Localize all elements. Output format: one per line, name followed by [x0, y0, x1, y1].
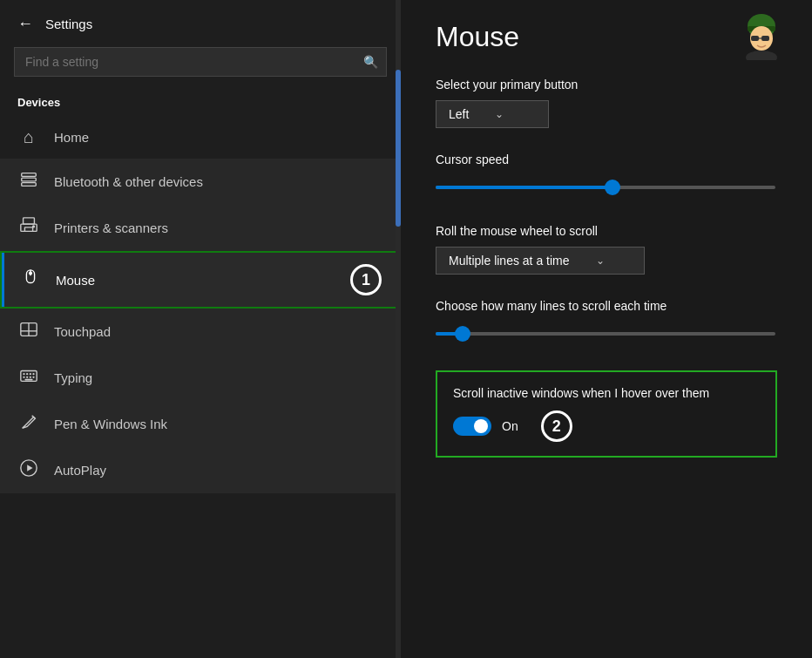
- search-box: 🔍: [14, 47, 387, 77]
- lines-slider-track: [436, 332, 775, 336]
- sidebar-item-autoplay[interactable]: AutoPlay: [0, 447, 401, 493]
- sidebar-item-label: Mouse: [56, 273, 95, 288]
- sidebar-item-typing[interactable]: Typing: [0, 355, 401, 401]
- scroll-inactive-toggle[interactable]: [453, 417, 491, 436]
- sidebar-item-label: Touchpad: [54, 324, 111, 339]
- sidebar-item-label: Home: [54, 130, 89, 145]
- bluetooth-icon: [17, 170, 40, 193]
- slider-track: [436, 186, 775, 189]
- sidebar-item-label: Bluetooth & other devices: [54, 174, 203, 189]
- sidebar-item-bluetooth[interactable]: Bluetooth & other devices: [0, 159, 401, 205]
- search-icon: 🔍: [363, 55, 378, 69]
- scroll-value: Multiple lines at a time: [449, 254, 570, 268]
- scroll-label: Roll the mouse wheel to scroll: [436, 224, 777, 238]
- slider-fill: [436, 186, 612, 189]
- sidebar-item-home[interactable]: ⌂ Home: [0, 116, 401, 159]
- sidebar-item-label: Typing: [54, 370, 92, 385]
- primary-button-value: Left: [449, 107, 469, 121]
- sidebar-item-label: Printers & scanners: [54, 220, 168, 235]
- sidebar-item-pen[interactable]: Pen & Windows Ink: [0, 401, 401, 447]
- back-button[interactable]: ←: [17, 16, 33, 31]
- typing-icon: [17, 366, 40, 390]
- sidebar-item-printers[interactable]: Printers & scanners: [0, 205, 401, 251]
- svg-rect-29: [751, 36, 759, 41]
- primary-button-label: Select your primary button: [436, 78, 777, 92]
- cursor-speed-label: Cursor speed: [436, 153, 777, 166]
- cursor-speed-slider[interactable]: [436, 175, 777, 200]
- scroll-inactive-section: Scroll inactive windows when I hover ove…: [436, 370, 777, 458]
- sidebar-item-label: Pen & Windows Ink: [54, 417, 167, 431]
- lines-scroll-label: Choose how many lines to scroll each tim…: [436, 299, 777, 313]
- toggle-knob: [474, 419, 488, 433]
- badge-1: 1: [350, 264, 382, 295]
- touchpad-icon: [17, 320, 40, 343]
- svg-point-9: [30, 272, 32, 275]
- svg-marker-25: [27, 465, 32, 471]
- primary-button-dropdown[interactable]: Left ⌄: [436, 100, 549, 128]
- toggle-row: On 2: [453, 410, 760, 442]
- lines-slider-thumb[interactable]: [455, 326, 470, 342]
- badge-2: 2: [541, 410, 572, 442]
- avatar: [738, 12, 786, 60]
- slider-thumb[interactable]: [605, 180, 620, 195]
- active-indicator: [2, 253, 4, 307]
- autoplay-icon: [17, 458, 40, 482]
- scroll-dropdown[interactable]: Multiple lines at a time ⌄: [436, 247, 645, 275]
- pen-icon: [17, 412, 40, 436]
- lines-scroll-slider[interactable]: [436, 322, 777, 346]
- svg-rect-30: [761, 36, 769, 41]
- cursor-speed-section: Cursor speed: [436, 153, 777, 200]
- sidebar-item-touchpad[interactable]: Touchpad: [0, 309, 401, 355]
- settings-title: Settings: [45, 17, 92, 31]
- sidebar-item-label: AutoPlay: [54, 463, 106, 478]
- main-content: Mouse Select your primary button Left ⌄ …: [401, 0, 812, 658]
- mouse-icon: [19, 268, 42, 292]
- svg-rect-2: [22, 183, 37, 187]
- sidebar-item-mouse[interactable]: Mouse 1: [0, 251, 401, 309]
- lines-scroll-section: Choose how many lines to scroll each tim…: [436, 299, 777, 346]
- primary-button-section: Select your primary button Left ⌄: [436, 78, 777, 128]
- search-input[interactable]: [14, 47, 387, 77]
- chevron-down-icon: ⌄: [596, 254, 605, 267]
- svg-rect-3: [24, 218, 35, 224]
- svg-rect-5: [24, 227, 32, 232]
- scroll-inactive-state: On: [502, 419, 518, 433]
- scroll-inactive-label: Scroll inactive windows when I hover ove…: [453, 386, 760, 400]
- chevron-down-icon: ⌄: [495, 108, 504, 120]
- scroll-section: Roll the mouse wheel to scroll Multiple …: [436, 224, 777, 275]
- section-label: Devices: [0, 91, 401, 116]
- svg-rect-1: [22, 178, 37, 181]
- svg-rect-0: [22, 173, 37, 177]
- svg-point-6: [33, 226, 35, 227]
- printer-icon: [17, 216, 40, 240]
- sidebar-header: ← Settings: [0, 0, 401, 40]
- page-title: Mouse: [436, 21, 777, 53]
- sidebar: ← Settings 🔍 Devices ⌂ Home Bluetooth & …: [0, 0, 401, 658]
- svg-point-32: [746, 51, 777, 60]
- home-icon: ⌂: [17, 127, 40, 147]
